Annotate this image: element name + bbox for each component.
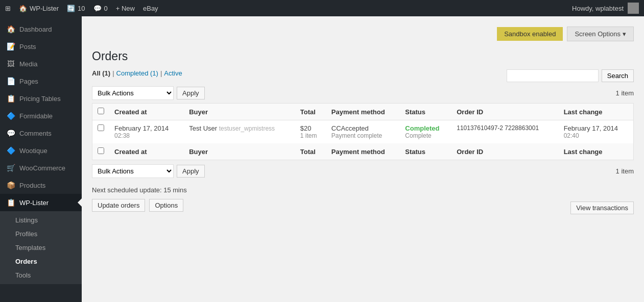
sidebar-sub-listings[interactable]: Listings bbox=[0, 213, 82, 227]
admin-bar: ⊞ 🏠 WP-Lister 🔄 10 💬 0 + New eBay Howdy,… bbox=[0, 0, 644, 16]
row-buyer: Test User testuser_wpmistress bbox=[184, 120, 295, 144]
orders-table: Created at Buyer Total Payment method St… bbox=[92, 103, 634, 160]
update-orders-button[interactable]: Update orders bbox=[92, 199, 145, 212]
items-count-bottom: 1 item bbox=[616, 167, 634, 175]
row-date: February 17, 2014 bbox=[114, 124, 179, 132]
footer-section: Next scheduled update: 15 mins Update or… bbox=[92, 186, 634, 217]
sidebar-item-wp-lister[interactable]: 📋 WP-Lister bbox=[0, 194, 82, 211]
pricing-tables-icon: 📋 bbox=[6, 94, 15, 103]
sidebar-item-posts[interactable]: 📝 Posts bbox=[0, 38, 82, 55]
sidebar-item-woocommerce[interactable]: 🛒 WooCommerce bbox=[0, 159, 82, 177]
comments-menu[interactable]: 💬 0 bbox=[93, 5, 108, 12]
sidebar-item-pages[interactable]: 📄 Pages bbox=[0, 72, 82, 90]
col-footer-last-change: Last change bbox=[559, 143, 634, 160]
sidebar-item-formidable[interactable]: 🔷 Formidable bbox=[0, 107, 82, 124]
comments-icon: 💬 bbox=[93, 5, 102, 12]
row-checkbox[interactable] bbox=[98, 124, 104, 131]
wp-logo[interactable]: ⊞ bbox=[5, 5, 11, 12]
row-payment-method: CCAccepted Payment complete bbox=[326, 120, 400, 144]
col-header-payment-method: Payment method bbox=[326, 104, 400, 120]
col-footer-payment-method: Payment method bbox=[326, 143, 400, 160]
col-footer-buyer: Buyer bbox=[184, 143, 295, 160]
bulk-actions-select-top[interactable]: Bulk Actions bbox=[92, 86, 174, 100]
row-buyer-name: Test User bbox=[189, 124, 217, 132]
bulk-actions-select-bottom[interactable]: Bulk Actions bbox=[92, 164, 174, 178]
row-status-value: Completed bbox=[405, 124, 446, 132]
row-buyer-username: testuser_wpmistress bbox=[219, 125, 275, 132]
filter-all[interactable]: All (1) bbox=[92, 69, 110, 77]
col-header-check bbox=[92, 104, 110, 120]
avatar bbox=[628, 3, 639, 14]
updates-icon: 🔄 bbox=[67, 5, 75, 12]
sidebar-submenu: Listings Profiles Templates Orders Tools bbox=[0, 211, 82, 284]
sidebar-item-dashboard[interactable]: 🏠 Dashboard bbox=[0, 20, 82, 38]
row-order-id: 110137610497-2 7228863001 bbox=[451, 120, 558, 144]
filter-completed[interactable]: Completed (1) bbox=[116, 69, 158, 77]
sidebar-sub-templates[interactable]: Templates bbox=[0, 241, 82, 255]
col-footer-status: Status bbox=[400, 143, 451, 160]
col-footer-order-id: Order ID bbox=[451, 143, 558, 160]
row-payment-sub: Payment complete bbox=[331, 132, 395, 139]
dashboard-icon: 🏠 bbox=[6, 24, 15, 34]
sidebar-item-products[interactable]: 📦 Products bbox=[0, 177, 82, 194]
sandbox-button[interactable]: Sandbox enabled bbox=[497, 27, 563, 41]
row-order-id-value: 110137610497-2 7228863001 bbox=[457, 124, 553, 132]
sidebar-item-media[interactable]: 🖼 Media bbox=[0, 55, 82, 72]
layout: 🏠 Dashboard 📝 Posts 🖼 Media 📄 Pages 📋 Pr… bbox=[0, 16, 644, 302]
sidebar-sub-orders[interactable]: Orders bbox=[0, 255, 82, 268]
col-footer-created-at: Created at bbox=[109, 143, 184, 160]
sidebar-item-wootique[interactable]: 🔷 Wootique bbox=[0, 142, 82, 159]
apply-button-top[interactable]: Apply bbox=[177, 87, 205, 99]
chevron-down-icon: ▾ bbox=[623, 30, 626, 38]
sidebar-item-pricing-tables[interactable]: 📋 Pricing Tables bbox=[0, 90, 82, 107]
updates-menu[interactable]: 🔄 10 bbox=[67, 5, 85, 12]
scheduled-update: Next scheduled update: 15 mins bbox=[92, 186, 634, 194]
col-header-order-id: Order ID bbox=[451, 104, 558, 120]
sidebar-sub-profiles[interactable]: Profiles bbox=[0, 227, 82, 241]
search-button[interactable]: Search bbox=[602, 69, 634, 82]
site-icon: 🏠 bbox=[19, 5, 27, 12]
sidebar-item-comments[interactable]: 💬 Comments bbox=[0, 124, 82, 142]
row-last-change-date: February 17, 2014 bbox=[564, 124, 628, 132]
col-footer-total: Total bbox=[295, 143, 326, 160]
ebay-menu[interactable]: eBay bbox=[143, 5, 158, 12]
sidebar: 🏠 Dashboard 📝 Posts 🖼 Media 📄 Pages 📋 Pr… bbox=[0, 16, 82, 302]
bulk-actions-bottom: Bulk Actions Apply bbox=[92, 164, 205, 178]
col-header-buyer: Buyer bbox=[184, 104, 295, 120]
select-all-checkbox-top[interactable] bbox=[98, 108, 104, 114]
new-menu[interactable]: + New bbox=[116, 5, 135, 12]
sidebar-sub-tools[interactable]: Tools bbox=[0, 268, 82, 282]
pages-icon: 📄 bbox=[6, 77, 15, 86]
screen-options-button[interactable]: Screen Options ▾ bbox=[567, 27, 634, 41]
search-input[interactable] bbox=[507, 69, 599, 82]
filter-sep-2: | bbox=[160, 69, 162, 77]
row-last-change: February 17, 2014 02:40 bbox=[559, 120, 634, 144]
footer-actions: Update orders Options bbox=[92, 199, 183, 212]
filter-tabs: All (1) | Completed (1) | Active bbox=[92, 69, 184, 77]
filter-active[interactable]: Active bbox=[164, 69, 182, 77]
col-header-total: Total bbox=[295, 104, 326, 120]
row-last-change-time: 02:40 bbox=[564, 132, 628, 139]
user-menu[interactable]: Howdy, wplabtest bbox=[572, 3, 639, 14]
posts-icon: 📝 bbox=[6, 42, 15, 51]
row-time: 02:38 bbox=[114, 132, 179, 139]
filter-sep-1: | bbox=[112, 69, 114, 77]
active-arrow bbox=[78, 198, 82, 207]
products-icon: 📦 bbox=[6, 181, 15, 190]
comments-nav-icon: 💬 bbox=[6, 129, 15, 138]
view-transactions-button[interactable]: View transactions bbox=[570, 202, 634, 214]
table-footer-row: Created at Buyer Total Payment method St… bbox=[92, 143, 634, 160]
row-status-sub: Complete bbox=[405, 132, 446, 139]
col-header-last-change: Last change bbox=[559, 104, 634, 120]
apply-button-bottom[interactable]: Apply bbox=[177, 165, 205, 178]
row-total: $20 1 item bbox=[295, 120, 326, 144]
wootique-icon: 🔷 bbox=[6, 146, 15, 155]
site-name[interactable]: 🏠 WP-Lister bbox=[19, 5, 59, 12]
items-count-top: 1 item bbox=[616, 89, 634, 97]
select-all-checkbox-bottom[interactable] bbox=[98, 147, 104, 154]
search-section: Search bbox=[507, 69, 634, 82]
page-title: Orders bbox=[92, 49, 634, 63]
col-header-status: Status bbox=[400, 104, 451, 120]
options-button[interactable]: Options bbox=[149, 199, 183, 212]
table-header-row: Created at Buyer Total Payment method St… bbox=[92, 104, 634, 120]
